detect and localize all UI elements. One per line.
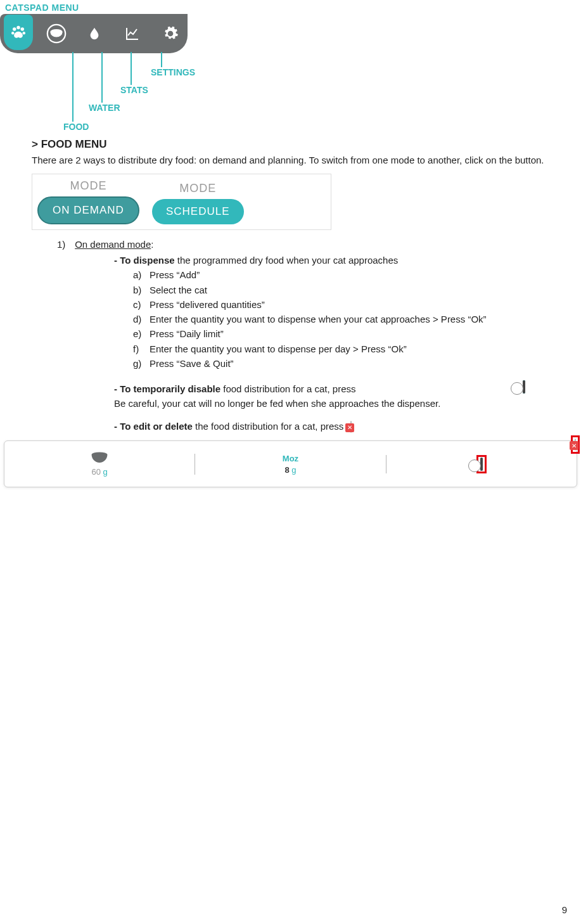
mode-label: MODE [70,179,106,193]
step-b: b)Select the cat [133,283,562,297]
delete-card-icon[interactable]: ✕ [350,421,352,433]
toggle-icon[interactable] [523,380,525,394]
svg-point-0 [13,27,16,31]
step-a: a)Press “Add” [133,267,562,282]
feeding-toggle[interactable] [480,458,483,471]
edit-lead-rest: the food distribution for a cat, press [193,421,343,432]
disable-lead-bold: - To temporarily disable [114,383,220,394]
svg-point-2 [21,27,25,31]
cat-food-card: 60 g Moz 8 g ✕ [4,440,577,487]
menu-label-settings: SETTINGS [151,67,195,77]
close-icon: ✕ [345,423,354,432]
daily-limit-value: 60 g [92,467,108,477]
food-bowl-icon [89,451,110,465]
dispense-lead-rest: the programmed dry food when your cat ap… [175,255,399,266]
step-f: f)Enter the quantity you want to dispens… [133,342,562,356]
stats-chart-icon [118,19,147,48]
list-item-1: 1) On demand mode: [57,239,562,250]
gear-icon [156,19,185,48]
step-c: c)Press “delivered quantities” [133,297,562,312]
disable-warning: Be careful, your cat will no longer be f… [114,398,440,409]
cat-name: Moz [283,454,298,463]
edit-delete-instruction: - To edit or delete the food distributio… [114,420,562,434]
menu-label-stats: STATS [120,85,148,95]
bowl-icon [42,19,71,48]
on-demand-button[interactable]: ON DEMAND [37,196,139,224]
paw-icon [4,15,33,50]
menu-label-food: FOOD [63,122,89,132]
delivered-quantity-value: 8 g [284,465,296,475]
mode-label: MODE [179,182,216,195]
water-drop-icon [80,19,109,48]
page-number: 9 [562,904,567,915]
card-left-section: 60 g [4,451,195,477]
step-e: e)Press “Daily limit” [133,326,562,341]
mode-buttons-figure: MODE ON DEMAND MODE SCHEDULE [32,174,331,230]
card-right-section [386,455,577,473]
edit-lead-bold: - To edit or delete [114,421,193,432]
schedule-button[interactable]: SCHEDULE [152,199,244,224]
delete-card-button[interactable]: ✕ [575,439,576,451]
close-icon: ✕ [570,441,578,450]
menu-label-water: WATER [89,103,120,113]
toggle-highlight [476,455,487,473]
delete-card-highlight: ✕ [571,435,580,454]
svg-point-4 [23,32,26,35]
dispense-instruction: - To dispense the programmed dry food wh… [114,253,562,268]
dispense-lead-bold: - To dispense [114,255,175,266]
on-demand-mode-title: On demand mode [75,239,151,250]
catspad-menu-diagram: FOOD WATER STATS SETTINGS [0,13,203,133]
section-heading: > FOOD MENU [32,138,562,151]
disable-instruction: - To temporarily disable food distributi… [114,382,562,411]
colon: : [151,239,153,250]
disable-lead-rest: food distribution for a cat, press [220,383,355,394]
svg-point-1 [16,26,20,30]
step-g: g)Press “Save & Quit” [133,356,562,371]
list-number: 1) [57,239,72,250]
menu-bar [0,14,188,53]
card-middle-section: Moz 8 g [195,454,385,475]
section-intro: There are 2 ways to distribute dry food:… [32,153,562,167]
svg-point-3 [11,32,15,35]
step-d: d)Enter the quantity you want to dispens… [133,312,562,326]
menu-title: CATSPAD MENU [5,3,581,13]
